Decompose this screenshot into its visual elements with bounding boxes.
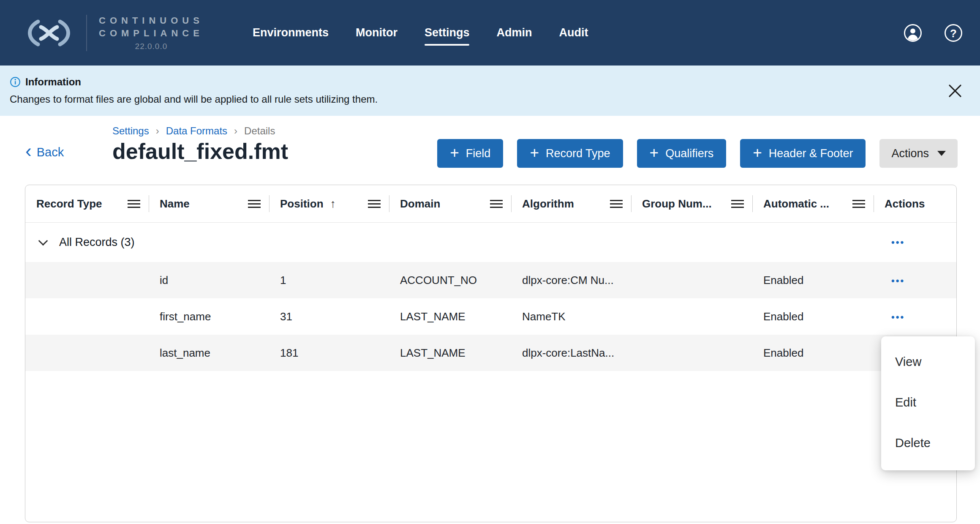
breadcrumb-current: Details	[244, 125, 275, 137]
menu-item-edit[interactable]: Edit	[881, 382, 975, 423]
delphix-logo-icon	[24, 18, 74, 48]
cell-automatic: Enabled	[752, 310, 874, 323]
column-menu-icon[interactable]	[610, 203, 623, 205]
format-fields-table: Record Type Name Position ↑ Domain Algor…	[25, 185, 957, 522]
column-menu-icon[interactable]	[248, 203, 261, 205]
column-header-algorithm[interactable]: Algorithm	[511, 185, 631, 222]
breadcrumb: Settings › Data Formats › Details	[112, 125, 275, 137]
brand-logo: CONTINUOUS COMPLIANCE 22.0.0.0	[24, 14, 204, 51]
app-version: 22.0.0.0	[99, 42, 204, 51]
add-qualifiers-button[interactable]: + Qualifiers	[637, 139, 727, 168]
nav-item-monitor[interactable]: Monitor	[356, 26, 397, 39]
cell-position: 1	[269, 274, 389, 287]
menu-item-delete[interactable]: Delete	[881, 423, 975, 463]
page-title: default_fixed.fmt	[112, 139, 288, 164]
column-menu-icon[interactable]	[852, 203, 865, 205]
column-header-record-type[interactable]: Record Type	[25, 185, 149, 222]
svg-text:?: ?	[950, 27, 957, 39]
breadcrumb-separator-icon: ›	[234, 125, 237, 137]
actions-dropdown-button[interactable]: Actions	[879, 139, 958, 168]
cell-automatic: Enabled	[752, 347, 874, 360]
column-label: Algorithm	[522, 197, 574, 210]
banner-message: Changes to format files are global and w…	[0, 88, 980, 105]
logo-divider	[86, 15, 87, 51]
column-label: Name	[160, 197, 190, 210]
column-menu-icon[interactable]	[128, 203, 140, 205]
cell-domain: ACCOUNT_NO	[389, 274, 511, 287]
plus-icon: +	[753, 145, 762, 161]
breadcrumb-data-formats[interactable]: Data Formats	[166, 125, 227, 137]
nav-item-environments[interactable]: Environments	[253, 26, 329, 39]
cell-algorithm: dlpx-core:LastNa...	[511, 347, 631, 360]
back-button[interactable]: ‹ Back	[25, 145, 64, 159]
column-header-automatic[interactable]: Automatic ...	[752, 185, 874, 222]
table-row-id: id 1 ACCOUNT_NO dlpx-core:CM Nu... Enabl…	[25, 262, 956, 298]
table-header-row: Record Type Name Position ↑ Domain Algor…	[25, 185, 956, 223]
table-row-first-name: first_name 31 LAST_NAME NameTK Enabled •…	[25, 298, 956, 335]
group-row-all-records[interactable]: All Records (3) •••	[25, 223, 956, 262]
main-nav: Environments Monitor Settings Admin Audi…	[253, 26, 588, 39]
information-banner: Information Changes to format files are …	[0, 66, 980, 116]
nav-item-admin[interactable]: Admin	[496, 26, 532, 39]
cell-name: first_name	[149, 310, 269, 323]
top-navbar: CONTINUOUS COMPLIANCE 22.0.0.0 Environme…	[0, 0, 980, 66]
column-menu-icon[interactable]	[368, 203, 381, 205]
user-avatar-icon[interactable]	[903, 23, 923, 43]
cell-name: id	[149, 274, 269, 287]
add-field-button[interactable]: + Field	[437, 139, 503, 168]
banner-title: Information	[25, 76, 81, 88]
button-label: Record Type	[546, 147, 610, 160]
back-label: Back	[37, 145, 64, 159]
column-header-domain[interactable]: Domain	[389, 185, 511, 222]
row-actions-icon[interactable]: •••	[891, 312, 905, 322]
column-label: Automatic ...	[763, 197, 829, 210]
add-header-footer-button[interactable]: + Header & Footer	[740, 139, 866, 168]
sort-ascending-icon[interactable]: ↑	[330, 197, 336, 210]
button-label: Actions	[891, 147, 929, 160]
brand-text: CONTINUOUS COMPLIANCE 22.0.0.0	[99, 14, 204, 51]
plus-icon: +	[650, 145, 659, 161]
chevron-down-icon[interactable]	[38, 236, 48, 246]
column-label: Position	[280, 197, 324, 210]
chevron-left-icon: ‹	[25, 145, 32, 158]
close-icon[interactable]	[946, 82, 964, 100]
cell-name: last_name	[149, 347, 269, 360]
plus-icon: +	[530, 145, 539, 161]
button-label: Qualifiers	[665, 147, 713, 160]
cell-automatic: Enabled	[752, 274, 874, 287]
column-header-actions: Actions	[874, 185, 956, 222]
button-label: Field	[466, 147, 491, 160]
cell-actions: •••	[874, 310, 956, 323]
column-label-wrap: Position ↑	[280, 197, 336, 210]
brand-line-2: COMPLIANCE	[99, 27, 204, 40]
cell-actions: •••	[874, 274, 956, 287]
cell-algorithm: dlpx-core:CM Nu...	[511, 274, 631, 287]
nav-item-settings[interactable]: Settings	[425, 26, 470, 39]
page-header-buttons: + Field + Record Type + Qualifiers + Hea…	[437, 139, 958, 168]
add-record-type-button[interactable]: + Record Type	[517, 139, 623, 168]
table-row-last-name: last_name 181 LAST_NAME dlpx-core:LastNa…	[25, 335, 956, 371]
cell-domain: LAST_NAME	[389, 347, 511, 360]
help-icon[interactable]: ?	[944, 23, 963, 43]
menu-item-view[interactable]: View	[881, 341, 975, 382]
cell-domain: LAST_NAME	[389, 310, 511, 323]
column-header-group-number[interactable]: Group Num...	[631, 185, 752, 222]
column-label: Record Type	[36, 197, 102, 210]
brand-line-1: CONTINUOUS	[99, 14, 204, 27]
cell-position: 181	[269, 347, 389, 360]
row-actions-icon[interactable]: •••	[891, 276, 905, 286]
column-menu-icon[interactable]	[490, 203, 503, 205]
row-actions-icon[interactable]: •••	[891, 237, 905, 248]
breadcrumb-separator-icon: ›	[156, 125, 159, 137]
cell-position: 31	[269, 310, 389, 323]
column-header-name[interactable]: Name	[149, 185, 269, 222]
cell-algorithm: NameTK	[511, 310, 631, 323]
row-actions-menu: View Edit Delete	[881, 336, 975, 470]
column-header-position[interactable]: Position ↑	[269, 185, 389, 222]
banner-title-row: Information	[0, 66, 980, 88]
column-label: Domain	[400, 197, 440, 210]
nav-item-audit[interactable]: Audit	[559, 26, 588, 39]
breadcrumb-settings[interactable]: Settings	[112, 125, 149, 137]
plus-icon: +	[450, 145, 459, 161]
column-menu-icon[interactable]	[731, 203, 744, 205]
